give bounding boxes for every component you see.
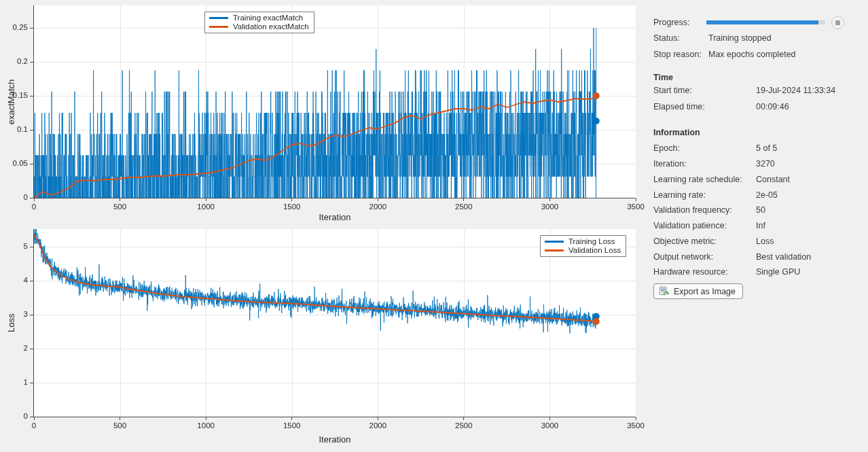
validation-patience-value: Inf xyxy=(756,221,765,230)
validation-patience-label: Validation patience: xyxy=(653,221,756,230)
start-time-label: Start time: xyxy=(653,86,756,95)
x-tick-label: 2500 xyxy=(444,203,484,211)
validation-patience-row: Validation patience: Inf xyxy=(653,220,865,231)
y-tick-label: 0.1 xyxy=(0,125,28,134)
x-tick-label: 2500 xyxy=(444,421,484,430)
progress-bar xyxy=(706,20,825,24)
x-tick xyxy=(549,198,550,201)
x-tick xyxy=(120,198,120,201)
learning-rate-row: Learning rate: 2e-05 xyxy=(653,190,865,201)
x-tick xyxy=(34,417,35,420)
x-tick-label: 1500 xyxy=(272,203,312,211)
iteration-label: Iteration: xyxy=(653,159,756,169)
elapsed-time-label: Elapsed time: xyxy=(653,102,756,111)
x-tick xyxy=(206,417,206,420)
x-axis-label: Iteration xyxy=(319,212,351,222)
elapsed-time-value: 00:09:46 xyxy=(756,102,789,111)
validation-frequency-row: Validation frequency: 50 xyxy=(653,205,865,215)
x-tick xyxy=(291,417,292,420)
elapsed-time-row: Elapsed time: 00:09:46 xyxy=(653,101,865,112)
objective-metric-value: Loss xyxy=(756,237,774,246)
x-tick-label: 500 xyxy=(100,421,141,430)
output-network-label: Output network: xyxy=(653,252,756,262)
x-tick xyxy=(34,198,35,201)
x-tick xyxy=(636,198,636,201)
y-axis-label: exactMatch xyxy=(6,80,16,124)
exactmatch-plot-canvas xyxy=(34,5,636,198)
learning-rate-schedule-row: Learning rate schedule: Constant xyxy=(653,174,865,185)
y-tick-label: 5 xyxy=(0,242,28,251)
y-tick-label: 0.2 xyxy=(0,57,28,66)
loss-plot-area xyxy=(33,229,636,417)
y-tick-label: 4 xyxy=(0,276,28,285)
x-tick-label: 1500 xyxy=(272,421,312,430)
x-tick xyxy=(463,198,464,201)
status-row: Status: Training stopped xyxy=(653,33,865,44)
start-time-row: Start time: 19-Jul-2024 11:33:34 xyxy=(653,85,865,96)
legend-label: Validation Loss xyxy=(568,246,621,255)
progress-row: Progress: xyxy=(653,17,865,28)
validation-loss-line-swatch xyxy=(545,249,564,251)
time-section-heading: Time xyxy=(653,72,865,83)
stop-reason-label: Stop reason: xyxy=(653,50,708,59)
loss-plot-canvas xyxy=(34,229,636,417)
hardware-resource-value: Single GPU xyxy=(756,267,800,277)
legend-entry: Training exactMatch xyxy=(209,14,309,22)
iteration-row: Iteration: 3270 xyxy=(653,158,865,169)
legend-entry: Validation exactMatch xyxy=(209,22,309,31)
x-axis-label: Iteration xyxy=(319,434,351,445)
objective-metric-label: Objective metric: xyxy=(653,237,756,246)
x-tick-label: 1000 xyxy=(185,203,226,211)
legend: Training Loss Validation Loss xyxy=(540,235,626,257)
output-network-value: Best validation xyxy=(756,252,811,262)
x-tick xyxy=(549,417,550,420)
export-button-label: Export as Image xyxy=(674,287,736,296)
export-image-icon xyxy=(659,286,670,297)
stop-reason-row: Stop reason: Max epochs completed xyxy=(653,49,865,60)
y-tick-label: 1 xyxy=(0,378,28,387)
legend-label: Training exactMatch xyxy=(233,14,303,22)
status-label: Status: xyxy=(653,33,708,43)
x-tick-label: 2000 xyxy=(357,203,398,211)
x-tick xyxy=(291,198,292,201)
x-tick xyxy=(206,198,206,201)
information-section-heading: Information xyxy=(653,127,865,138)
legend-entry: Training Loss xyxy=(545,237,621,246)
epoch-value: 5 of 5 xyxy=(756,143,777,153)
x-tick-label: 2000 xyxy=(357,421,398,430)
exactmatch-chart: 050010001500200025003000350000.050.10.15… xyxy=(0,0,645,224)
loss-chart: 0500100015002000250030003500012345 Loss … xyxy=(0,224,645,452)
learning-rate-schedule-label: Learning rate schedule: xyxy=(653,175,756,184)
validation-exactmatch-line-swatch xyxy=(209,26,228,28)
x-tick-label: 0 xyxy=(14,203,54,211)
exactmatch-plot-area xyxy=(33,5,636,198)
epoch-row: Epoch: 5 of 5 xyxy=(653,143,865,154)
legend-entry: Validation Loss xyxy=(545,246,621,255)
export-as-image-button[interactable]: Export as Image xyxy=(653,283,743,299)
stop-reason-value: Max epochs completed xyxy=(708,50,796,59)
hardware-resource-label: Hardware resource: xyxy=(653,267,756,277)
validation-frequency-value: 50 xyxy=(756,205,765,215)
objective-metric-row: Objective metric: Loss xyxy=(653,236,865,247)
validation-frequency-label: Validation frequency: xyxy=(653,205,756,215)
x-tick-label: 3000 xyxy=(529,421,570,430)
progress-label: Progress: xyxy=(653,18,706,27)
x-tick xyxy=(463,417,464,420)
stop-icon xyxy=(835,20,840,25)
progress-bar-fill xyxy=(706,20,818,24)
iteration-value: 3270 xyxy=(756,159,775,169)
y-tick-label: 0.25 xyxy=(0,23,28,32)
x-tick xyxy=(120,417,120,420)
legend-label: Validation exactMatch xyxy=(233,22,309,31)
x-tick-label: 0 xyxy=(14,421,54,430)
stop-button[interactable] xyxy=(831,16,844,29)
x-tick xyxy=(378,417,378,420)
y-axis-label: Loss xyxy=(6,313,16,332)
x-tick-label: 3000 xyxy=(529,203,570,211)
legend-label: Training Loss xyxy=(568,237,615,246)
y-tick-label: 2 xyxy=(0,344,28,353)
training-info-panel: Progress: Status: Training stopped Stop … xyxy=(645,0,868,452)
x-tick xyxy=(378,198,378,201)
training-loss-line-swatch xyxy=(545,241,564,243)
x-tick-label: 500 xyxy=(100,203,141,211)
